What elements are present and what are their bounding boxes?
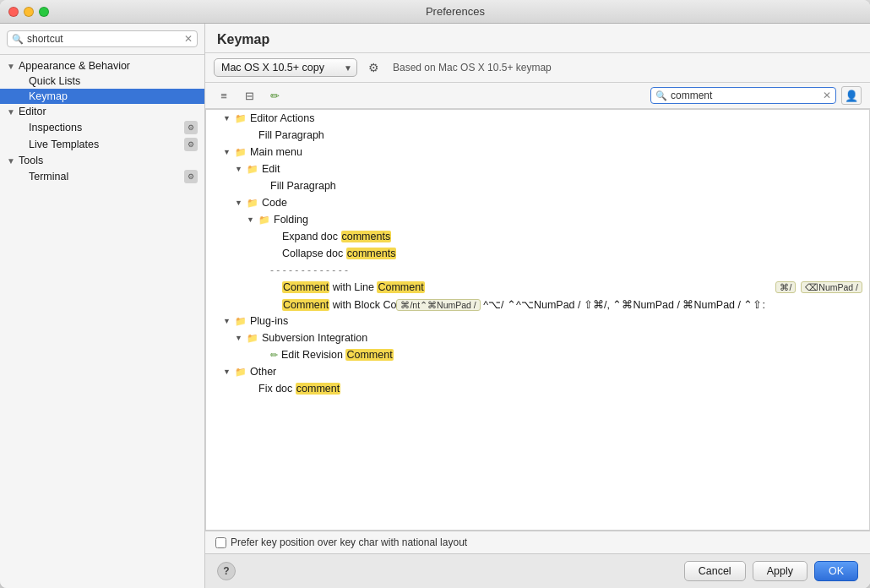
table-row[interactable]: ▼ 📁 Plug-ins — [206, 313, 869, 329]
row-label: Fill Paragraph — [258, 129, 862, 141]
highlight-text: Comment — [345, 349, 393, 361]
sidebar-item-label: Quick Lists — [29, 75, 80, 87]
table-row[interactable]: ▼ 📁 Code — [206, 194, 869, 211]
folder-icon: 📁 — [235, 147, 247, 158]
apply-button[interactable]: Apply — [753, 561, 807, 581]
row-label: Other — [250, 366, 862, 378]
highlight-text: Comment — [282, 281, 329, 293]
row-label: Edit — [262, 163, 862, 175]
minimize-button[interactable] — [24, 7, 34, 17]
table-row[interactable]: ▼ 📁 Subversion Integration — [206, 329, 869, 346]
help-button[interactable]: ? — [217, 562, 236, 580]
row-label: Fill Paragraph — [270, 180, 862, 192]
footer-buttons: Cancel Apply OK — [684, 561, 858, 581]
arrow-icon: ▼ — [247, 215, 257, 224]
arrow-icon: ▼ — [223, 148, 233, 156]
close-button[interactable] — [8, 7, 19, 17]
row-label: Comment with Block Co⌘/nt⌃⌘NumPad / ^⌥/ … — [282, 298, 862, 311]
titlebar: Preferences — [0, 0, 870, 24]
row-label: Editor Actions — [250, 112, 862, 124]
preferences-window: Preferences 🔍 ✕ ▼ Appearance & Behavior — [0, 0, 870, 588]
shortcut-badge: ⌫NumPad / — [801, 281, 862, 293]
sidebar-item-quick-lists[interactable]: Quick Lists — [0, 74, 204, 89]
row-label: Collapse doc comments — [282, 248, 862, 259]
highlight-text: Comment — [377, 281, 424, 293]
folder-icon: 📁 — [247, 333, 258, 344]
row-label: Folding — [274, 214, 862, 226]
settings-badge-icon: ⚙ — [184, 138, 198, 151]
row-label: Edit Revision Comment — [281, 349, 862, 361]
table-row[interactable]: Expand doc comments — [206, 228, 869, 245]
table-row[interactable]: Fill Paragraph — [206, 127, 869, 144]
sidebar-item-label: Live Templates — [29, 139, 99, 150]
folder-icon: 📁 — [235, 316, 247, 327]
table-row[interactable]: Comment with Line Comment ⌘/ ⌫NumPad / — [206, 279, 869, 296]
sidebar-item-live-templates[interactable]: Live Templates ⚙ — [0, 136, 204, 153]
table-row[interactable]: ▼ 📁 Editor Actions — [206, 110, 869, 127]
table-row[interactable]: ▼ 📁 Other — [206, 363, 869, 380]
edit-button[interactable]: ✏ — [264, 86, 285, 105]
sidebar-search-wrap: 🔍 ✕ — [7, 30, 198, 47]
sidebar-item-label: Inspections — [29, 122, 82, 133]
list-item: - - - - - - - - - - - - - — [206, 262, 869, 279]
arrow-icon: ▼ — [235, 199, 245, 207]
keymap-toolbar: Mac OS X 10.5+ copy Mac OS X 10.5+ Defau… — [205, 53, 870, 83]
sidebar-item-keymap[interactable]: Keymap — [0, 89, 204, 104]
table-row[interactable]: Comment with Block Co⌘/nt⌃⌘NumPad / ^⌥/ … — [206, 296, 869, 313]
ok-button[interactable]: OK — [814, 561, 858, 581]
settings-badge-icon: ⚙ — [184, 121, 198, 134]
row-label: Code — [262, 197, 862, 209]
keymap-gear-button[interactable]: ⚙ — [364, 58, 383, 77]
arrow-icon: ▼ — [223, 368, 233, 376]
sidebar-item-label: Editor — [19, 106, 46, 117]
sidebar-search-clear-icon[interactable]: ✕ — [184, 33, 193, 45]
person-button[interactable]: 👤 — [841, 86, 862, 105]
row-label: Subversion Integration — [262, 332, 862, 344]
table-row[interactable]: Collapse doc comments — [206, 245, 869, 262]
cancel-button[interactable]: Cancel — [684, 561, 746, 581]
arrow-icon: ▼ — [235, 334, 245, 342]
expand-all-button[interactable]: ≡ — [214, 86, 234, 105]
folder-icon: 📁 — [247, 164, 258, 175]
shortcut-badge: ⌘/ — [775, 281, 796, 293]
folder-icon: 📁 — [247, 198, 258, 209]
table-row[interactable]: ▼ 📁 Main menu — [206, 144, 869, 161]
search-clear-icon[interactable]: ✕ — [823, 90, 831, 101]
green-pen-icon: ✏ — [270, 350, 278, 361]
keymap-search-input[interactable] — [671, 90, 823, 101]
sidebar-item-appearance-behavior[interactable]: ▼ Appearance & Behavior — [0, 58, 204, 74]
table-row[interactable]: Fill Paragraph — [206, 177, 869, 194]
collapse-all-button[interactable]: ⊟ — [239, 86, 259, 105]
highlight-text: Comment — [282, 299, 329, 311]
prefer-key-label[interactable]: Prefer key position over key char with n… — [231, 536, 467, 548]
prefer-key-checkbox-wrap: Prefer key position over key char with n… — [215, 536, 467, 548]
arrow-icon: ▼ — [235, 165, 245, 173]
folder-icon: 📁 — [235, 367, 247, 378]
maximize-button[interactable] — [39, 7, 49, 17]
keymap-dropdown[interactable]: Mac OS X 10.5+ copy Mac OS X 10.5+ Defau… — [214, 58, 357, 77]
window-title: Preferences — [49, 5, 862, 18]
sidebar: 🔍 ✕ ▼ Appearance & Behavior Quick Lists — [0, 24, 205, 588]
footer: ? Cancel Apply OK — [205, 553, 870, 588]
sidebar-item-label: Appearance & Behavior — [19, 60, 130, 72]
table-row[interactable]: ▼ 📁 Edit — [206, 161, 869, 177]
sidebar-item-editor[interactable]: ▼ Editor — [0, 104, 204, 119]
based-on-text: Based on Mac OS X 10.5+ keymap — [393, 62, 552, 74]
table-row[interactable]: ✏ Edit Revision Comment — [206, 346, 869, 363]
arrow-icon: ▼ — [7, 156, 17, 166]
keymap-search-row: ≡ ⊟ ✏ 🔍 ✕ 👤 — [205, 83, 870, 109]
keymap-tree: ▼ 📁 Editor Actions Fill Paragraph ▼ 📁 Ma… — [205, 109, 870, 531]
sidebar-item-inspections[interactable]: Inspections ⚙ — [0, 119, 204, 136]
sidebar-item-terminal[interactable]: Terminal ⚙ — [0, 168, 204, 185]
divider-text: - - - - - - - - - - - - - — [270, 264, 348, 276]
table-row[interactable]: Fix doc comment — [206, 380, 869, 397]
sidebar-item-tools[interactable]: ▼ Tools — [0, 153, 204, 168]
arrow-icon: ▼ — [223, 317, 233, 325]
prefer-key-checkbox[interactable] — [215, 537, 226, 548]
panel-title: Keymap — [205, 24, 870, 53]
settings-badge-icon: ⚙ — [184, 170, 198, 183]
highlight-text: comments — [341, 231, 392, 242]
table-row[interactable]: ▼ 📁 Folding — [206, 211, 869, 228]
search-icon: 🔍 — [655, 90, 667, 101]
sidebar-search-input[interactable] — [27, 33, 184, 45]
